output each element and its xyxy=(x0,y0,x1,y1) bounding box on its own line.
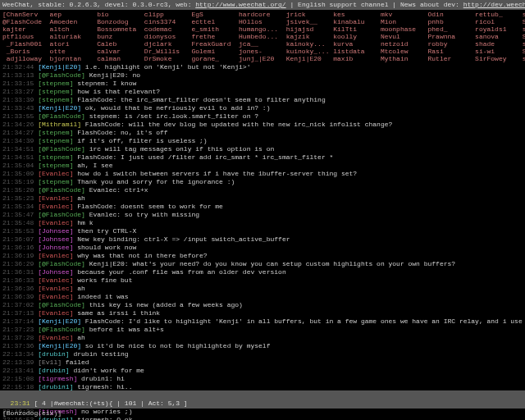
chat-line: 21:33:15 [stepnem] stepnem: I know xyxy=(2,80,523,88)
chat-line: 21:35:23 [Evanlec] ah xyxy=(2,194,523,203)
chat-line: 21:36:29 [@FlashCode] Kenji|E20: what's … xyxy=(2,260,523,268)
chat-line: 21:37:36 [Kenji|E20] so it'd be nice to … xyxy=(2,342,523,350)
chat-line: 21:35:48 [Evanlec] hm k xyxy=(2,219,523,227)
chat-line: 21:36:33 [Evanlec] works fine but xyxy=(2,276,523,285)
chat-line: 21:36:36 [Evanlec] ah xyxy=(2,285,523,293)
chat-line: 21:33:27 [stepnem] how is that relevant? xyxy=(2,88,523,96)
chat-line: 21:33:55 [@FlashCode] stepnem: is /set i… xyxy=(2,112,523,121)
chat-line: 21:33:39 [stepnem] FlashCode: the irc_sm… xyxy=(2,96,523,104)
chat-line: 21:32:44 [Kenji|E20] i.e. highlight on '… xyxy=(2,63,523,71)
title-text-1: WeeChat, stable: 0.2.6.3, devel: 0.3.0-r… xyxy=(2,1,195,8)
chat-line: 22:15:08 [tigrmesh] drubin1: hi xyxy=(2,375,523,383)
chat-line: 21:34:27 [stepnem] FlashCode: no, it's o… xyxy=(2,129,523,137)
chat-buffer: 21:32:44 [Kenji|E20] i.e. highlight on '… xyxy=(0,63,525,420)
input-prompt: [Bonzodog(eix)] xyxy=(2,409,62,417)
chat-line: 21:34:26 [Mithramil] FlashCode: will the… xyxy=(2,121,523,129)
chat-line: 21:34:51 [stepnem] FlashCode: I just use… xyxy=(2,153,523,162)
chat-line: 21:35:09 [Evanlec] how do i switch betwe… xyxy=(2,170,523,178)
chat-line: 21:37:13 [Evanlec] same as irssi i think xyxy=(2,309,523,317)
title-link-1[interactable]: http://www.weechat.org/ xyxy=(195,1,285,8)
nicklist: [ChanServ aep bio clipp EgS hardcore jri… xyxy=(0,10,525,63)
chat-line: 21:35:53 [Johnsee] then try CTRL-X xyxy=(2,227,523,235)
chat-line: 21:33:13 [@FlashCode] Kenji|E20: no xyxy=(2,71,523,80)
chat-line: 21:37:23 [@FlashCode] before it was alt+… xyxy=(2,326,523,334)
chat-line: 21:34:39 [stepnem] if it's off, filter i… xyxy=(2,137,523,145)
chat-line: 22:13:41 [drubin] didn't work for me xyxy=(2,367,523,375)
status-info: [ 4 |#weechat:(+ts){ | 101 | Act: 5,3 ] xyxy=(34,399,187,407)
title-link-2[interactable]: http://dev.weechat.org/ xyxy=(463,1,525,8)
chat-line: 21:36:07 [Johnsee] New key binding: ctrl… xyxy=(2,235,523,244)
title-text-2: | English support channel | News about d… xyxy=(286,1,463,8)
chat-line: 22:13:39 [Ev1l] failed xyxy=(2,358,523,367)
chat-line: 21:36:16 [Johnsee] should work now xyxy=(2,244,523,252)
chat-line: 21:37:14 [Kenji|E20] FlashCode: I'd like… xyxy=(2,317,523,326)
command-input[interactable] xyxy=(66,409,479,418)
chat-line: 21:37:02 [@FlashCode] this key is new (a… xyxy=(2,301,523,309)
chat-line: 21:37:28 [Evanlec] ah xyxy=(2,334,523,342)
input-bar[interactable]: [Bonzodog(eix)] xyxy=(0,408,525,418)
status-time: 23:31 xyxy=(11,399,30,407)
chat-line: 22:13:34 [drubin] drubin testing xyxy=(2,350,523,358)
chat-line: 21:35:20 [@FlashCode] Evanlec: ctrl+x xyxy=(2,186,523,194)
chat-line: 21:36:31 [Johnsee] because your .conf fi… xyxy=(2,268,523,276)
chat-line: 21:36:39 [Evanlec] indeed it was xyxy=(2,293,523,301)
chat-line: 21:35:34 [Evanlec] FlashCode: doesnt see… xyxy=(2,203,523,211)
chat-line: 21:34:51 [@FlashCode] irc will tag messa… xyxy=(2,145,523,153)
chat-line: 21:35:47 [@FlashCode] Evanlec: so try wi… xyxy=(2,211,523,219)
title-bar: WeeChat, stable: 0.2.6.3, devel: 0.3.0-r… xyxy=(0,0,525,10)
chat-line: 21:36:19 [Evanlec] why was that not in t… xyxy=(2,252,523,260)
chat-line: 21:33:43 [Kenji|E20] ok, would that be n… xyxy=(2,104,523,112)
chat-line: 21:35:19 [stepnem] Thank you and sorry f… xyxy=(2,178,523,186)
status-bar: 23:31 [ 4 |#weechat:(+ts){ | 101 | Act: … xyxy=(0,390,525,409)
chat-line: 21:35:04 [stepnem] ah, I see xyxy=(2,162,523,170)
